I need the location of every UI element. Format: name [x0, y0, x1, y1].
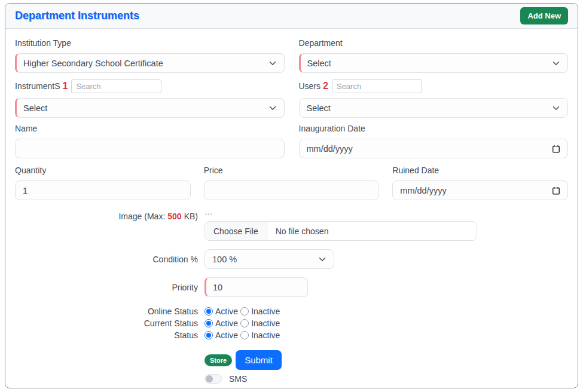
quantity-label: Quantity: [15, 166, 191, 175]
radio-selected-icon: [204, 319, 213, 327]
radio-selected-icon: [204, 331, 213, 339]
row-instruments-users: InstrumentS 1 Select Users 2: [15, 79, 568, 118]
quantity-input[interactable]: [15, 180, 191, 200]
priority-field-row: Priority: [15, 277, 568, 297]
chevron-down-icon: [552, 104, 560, 112]
instrument-form: Institution Type Higher Secondary School…: [5, 29, 578, 388]
priority-label: Priority: [15, 283, 198, 292]
institution-type-select[interactable]: Higher Secondary School Certificate: [15, 53, 285, 73]
inauguration-date-input[interactable]: mm/dd/yyyy: [299, 139, 569, 158]
priority-input[interactable]: [204, 277, 308, 297]
image-label-prefix: Image (Max:: [118, 212, 165, 221]
users-search-input[interactable]: [332, 79, 422, 93]
name-label: Name: [15, 124, 285, 133]
chevron-down-icon: [552, 59, 560, 68]
sms-label: SMS: [229, 374, 247, 384]
instruments-label: InstrumentS: [15, 81, 60, 91]
ruined-date-value: mm/dd/yyyy: [400, 186, 446, 195]
chevron-down-icon: [268, 104, 277, 112]
no-file-chosen-text: No file chosen: [267, 222, 337, 240]
image-field-row: Image (Max: 500 KB) ... Choose File No f…: [15, 209, 568, 241]
calendar-icon[interactable]: [552, 186, 560, 195]
department-instruments-card: Department Instruments Add New Instituti…: [5, 3, 578, 388]
sms-toggle[interactable]: [204, 374, 222, 384]
actions-buttons: Store Submit: [204, 350, 568, 370]
instruments-select[interactable]: Select: [15, 98, 285, 118]
ruined-date-input[interactable]: mm/dd/yyyy: [392, 180, 568, 200]
toggle-knob-icon: [206, 375, 213, 382]
instruments-search-input[interactable]: [71, 79, 161, 93]
current-status-inactive-label: Inactive: [251, 318, 280, 328]
radio-selected-icon: [204, 307, 213, 316]
price-field: Price: [204, 166, 380, 200]
row-quantity-price-ruined: Quantity Price Ruined Date mm/dd/yyyy: [15, 166, 568, 200]
current-status-row: Current Status Active Inactive: [15, 318, 568, 328]
condition-field-row: Condition % 100 %: [15, 249, 568, 269]
department-select[interactable]: Select: [299, 53, 569, 73]
choose-file-button[interactable]: Choose File: [205, 222, 267, 240]
page-title: Department Instruments: [15, 10, 139, 22]
status-radio-group: Active Inactive: [204, 330, 568, 340]
online-status-row: Online Status Active Inactive: [15, 307, 568, 316]
inauguration-date-label: Inauguration Date: [299, 124, 569, 133]
current-status-inactive-radio[interactable]: Inactive: [240, 318, 280, 328]
department-label: Department: [299, 38, 569, 48]
current-status-active-label: Active: [215, 318, 238, 328]
radio-unselected-icon: [240, 319, 249, 327]
current-status-radio-group: Active Inactive: [204, 318, 568, 328]
ruined-date-field: Ruined Date mm/dd/yyyy: [392, 166, 568, 200]
inauguration-date-value: mm/dd/yyyy: [307, 144, 353, 154]
chevron-down-icon: [268, 59, 277, 68]
row-name-inauguration: Name Inauguration Date mm/dd/yyyy: [15, 124, 568, 158]
store-badge[interactable]: Store: [204, 354, 232, 366]
sms-row: SMS: [15, 374, 568, 384]
add-new-button[interactable]: Add New: [520, 7, 568, 24]
actions-row: Store Submit: [15, 350, 568, 370]
condition-label: Condition %: [15, 255, 198, 264]
online-status-active-label: Active: [215, 307, 238, 316]
users-field: Users 2 Select: [299, 79, 569, 118]
current-status-label: Current Status: [15, 318, 198, 328]
status-active-radio[interactable]: Active: [204, 330, 238, 340]
status-active-label: Active: [215, 330, 238, 340]
online-status-active-radio[interactable]: Active: [204, 307, 238, 316]
institution-type-label: Institution Type: [15, 38, 285, 48]
price-input[interactable]: [204, 180, 380, 200]
submit-button[interactable]: Submit: [236, 350, 282, 370]
radio-unselected-icon: [240, 307, 249, 316]
sms-control: SMS: [204, 374, 568, 384]
quantity-field: Quantity: [15, 166, 191, 200]
instruments-field: InstrumentS 1 Select: [15, 79, 285, 118]
users-count-badge: 2: [323, 81, 328, 91]
online-status-radio-group: Active Inactive: [204, 307, 568, 316]
instruments-value: Select: [23, 103, 47, 113]
image-label-suffix: KB): [184, 212, 198, 221]
current-status-active-radio[interactable]: Active: [204, 318, 238, 328]
name-input[interactable]: [15, 139, 285, 158]
online-status-inactive-label: Inactive: [251, 307, 280, 316]
card-header: Department Instruments Add New: [5, 4, 578, 29]
image-label: Image (Max: 500 KB): [15, 209, 198, 221]
row-institution-department: Institution Type Higher Secondary School…: [15, 38, 568, 73]
status-row: Status Active Inactive: [15, 330, 568, 340]
users-select[interactable]: Select: [299, 98, 569, 118]
image-file-input[interactable]: Choose File No file chosen: [204, 221, 477, 241]
radio-unselected-icon: [240, 331, 249, 339]
institution-type-field: Institution Type Higher Secondary School…: [15, 38, 285, 73]
status-inactive-label: Inactive: [251, 330, 280, 340]
inauguration-date-field: Inauguration Date mm/dd/yyyy: [299, 124, 569, 158]
online-status-label: Online Status: [15, 307, 198, 316]
image-control-col: ... Choose File No file chosen: [204, 209, 568, 241]
ruined-date-label: Ruined Date: [392, 166, 568, 175]
image-dots: ...: [204, 209, 568, 216]
users-label: Users: [299, 81, 321, 91]
instruments-count-badge: 1: [62, 81, 68, 91]
calendar-icon[interactable]: [552, 145, 560, 153]
online-status-inactive-radio[interactable]: Inactive: [240, 307, 280, 316]
condition-select[interactable]: 100 %: [204, 249, 334, 269]
condition-value: 100 %: [212, 255, 237, 264]
image-max-size: 500: [167, 212, 181, 221]
status-inactive-radio[interactable]: Inactive: [240, 330, 280, 340]
name-field: Name: [15, 124, 285, 158]
department-field: Department Select: [299, 38, 569, 73]
